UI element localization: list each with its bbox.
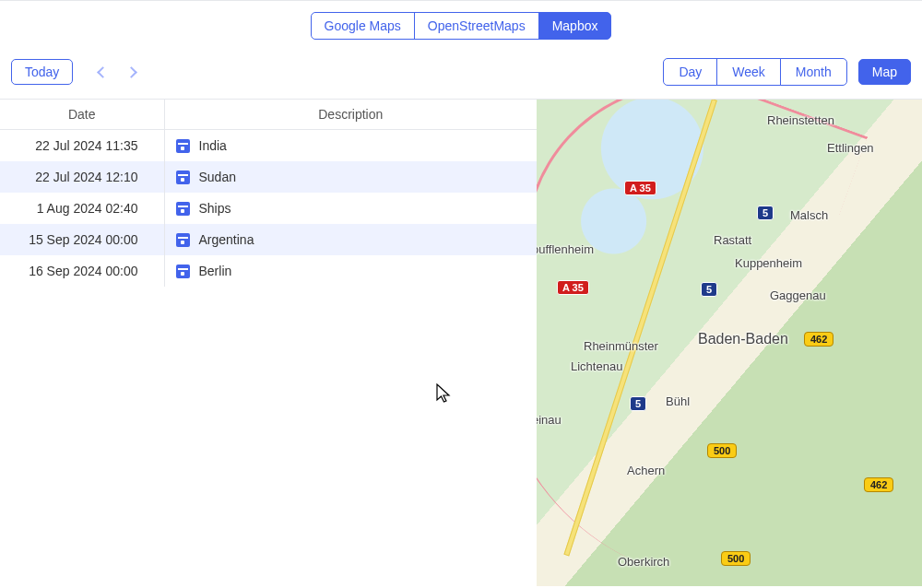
table-row[interactable]: 15 Sep 2024 00:00Argentina — [0, 224, 537, 255]
row-description: Sudan — [164, 161, 537, 193]
date-nav — [99, 68, 136, 76]
view-tab-month[interactable]: Month — [780, 58, 847, 86]
map-city-label: einau — [537, 413, 561, 427]
col-header-date[interactable]: Date — [0, 100, 164, 130]
row-date: 22 Jul 2024 11:35 — [0, 130, 164, 162]
row-description: Argentina — [164, 224, 537, 255]
row-description-text: Sudan — [199, 170, 236, 184]
table-row[interactable]: 16 Sep 2024 00:00Berlin — [0, 255, 537, 287]
events-tbody: 22 Jul 2024 11:35India22 Jul 2024 12:10S… — [0, 130, 537, 288]
col-header-description[interactable]: Description — [164, 100, 537, 130]
map-city-label: Baden-Baden — [698, 331, 788, 347]
map-highway-shield: 500 — [721, 551, 751, 566]
provider-tab-mapbox[interactable]: Mapbox — [538, 12, 612, 40]
today-button[interactable]: Today — [11, 59, 73, 85]
view-tabs: DayWeekMonth — [663, 58, 846, 86]
table-row[interactable]: 22 Jul 2024 12:10Sudan — [0, 161, 537, 193]
next-arrow-icon[interactable] — [125, 66, 137, 78]
map-city-label: Ettlingen — [827, 141, 874, 155]
calendar-icon — [176, 233, 190, 247]
provider-tab-openstreetmaps[interactable]: OpenStreetMaps — [414, 12, 539, 40]
map-city-label: Oberkirch — [618, 555, 669, 569]
row-date: 1 Aug 2024 02:40 — [0, 193, 164, 224]
table-row[interactable]: 1 Aug 2024 02:40Ships — [0, 193, 537, 224]
calendar-icon — [176, 265, 190, 278]
events-table: Date Description 22 Jul 2024 11:35India2… — [0, 100, 537, 287]
map-city-label: Rheinmünster — [584, 339, 658, 353]
map-city-label: Rheinstetten — [767, 113, 834, 127]
map-canvas[interactable]: RheinstettenEttlingenMalschRastattKuppen… — [537, 100, 922, 586]
prev-arrow-icon[interactable] — [97, 66, 109, 78]
map-city-label: Gaggenau — [770, 288, 826, 302]
row-description-text: Ships — [199, 201, 231, 216]
map-highway-shield: 462 — [864, 477, 893, 492]
row-description: Berlin — [164, 255, 537, 287]
map-city-label: Lichtenau — [571, 359, 622, 373]
map-highway-shield: 5 — [630, 396, 646, 411]
row-description: India — [164, 130, 537, 162]
map-highway-shield: 462 — [804, 332, 833, 347]
map-panel[interactable]: RheinstettenEttlingenMalschRastattKuppen… — [537, 100, 922, 586]
map-city-label: Kuppenheim — [735, 256, 802, 270]
map-highway-shield: 5 — [757, 206, 774, 220]
map-highway-shield: 5 — [701, 282, 717, 297]
map-city-label: Rastatt — [714, 233, 751, 247]
table-row[interactable]: 22 Jul 2024 11:35India — [0, 130, 537, 162]
calendar-icon — [176, 139, 190, 153]
row-description: Ships — [164, 193, 537, 224]
row-description-text: Argentina — [199, 232, 254, 247]
row-description-text: Berlin — [199, 264, 232, 278]
events-table-wrap: Date Description 22 Jul 2024 11:35India2… — [0, 100, 537, 586]
row-description-text: India — [199, 138, 227, 153]
row-date: 15 Sep 2024 00:00 — [0, 224, 164, 255]
map-highway-shield: A 35 — [624, 181, 656, 195]
row-date: 16 Sep 2024 00:00 — [0, 255, 164, 287]
calendar-icon — [176, 171, 190, 184]
view-tab-day[interactable]: Day — [663, 58, 717, 86]
map-highway-shield: A 35 — [557, 280, 589, 295]
map-city-label: Bühl — [666, 394, 690, 408]
content-area: Date Description 22 Jul 2024 11:35India2… — [0, 100, 922, 586]
map-city-label: Malsch — [790, 208, 828, 222]
sub-toolbar: Today DayWeekMonth Map — [0, 49, 922, 100]
map-provider-tabs: Google MapsOpenStreetMapsMapbox — [0, 1, 922, 49]
map-city-label: Achern — [627, 464, 665, 477]
map-highway-shield: 500 — [707, 443, 737, 458]
row-date: 22 Jul 2024 12:10 — [0, 161, 164, 193]
provider-tab-google-maps[interactable]: Google Maps — [311, 12, 415, 40]
map-button[interactable]: Map — [858, 59, 911, 85]
view-tab-week[interactable]: Week — [716, 58, 781, 86]
calendar-icon — [176, 202, 190, 216]
highway-line — [563, 100, 716, 556]
map-city-label: oufflenheim — [537, 242, 594, 256]
